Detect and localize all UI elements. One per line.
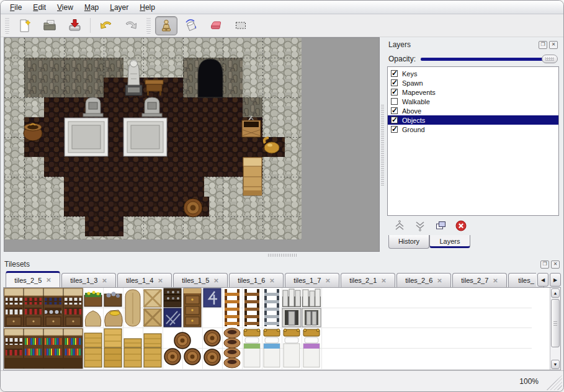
layer-row-above[interactable]: ✓Above (388, 106, 558, 115)
tilesets-panel-title: Tilesets (4, 260, 540, 269)
barrel (184, 198, 202, 217)
close-tab-icon[interactable]: ✕ (381, 277, 386, 284)
layer-checkbox[interactable]: ✓ (391, 126, 398, 133)
tab-label: tiles_2_6 (405, 277, 432, 284)
map-panel (4, 37, 380, 252)
tab-label: tiles_2_5 (14, 277, 42, 284)
layer-checkbox[interactable]: ✓ (391, 117, 398, 123)
menu-help[interactable]: Help (134, 2, 161, 13)
map-canvas[interactable] (4, 38, 302, 239)
opacity-row: Opacity: (387, 51, 559, 66)
layer-label: Walkable (402, 98, 430, 105)
palette-scrollbar-thumb[interactable] (551, 299, 560, 347)
tileset-tab-tiles_2_5[interactable]: tiles_2_5✕ (6, 271, 60, 287)
layer-checkbox[interactable]: ✓ (391, 70, 398, 77)
tileset-tab-tiles_1_3[interactable]: tiles_1_3✕ (61, 273, 116, 287)
duplicate-layer-button[interactable] (433, 218, 448, 233)
opacity-slider-handle[interactable] (542, 55, 558, 63)
horizontal-splitter[interactable] (1, 252, 563, 258)
layer-checkbox[interactable]: ✓ (391, 89, 398, 96)
layer-row-spawn[interactable]: ✓Spawn (388, 78, 558, 87)
select-tool-button[interactable] (230, 16, 252, 35)
layer-row-objects[interactable]: ✓Objects (388, 115, 558, 125)
tileset-tab-tiles_1_4[interactable]: tiles_1_4✕ (117, 273, 172, 287)
tileset-tab-tiles_2_6[interactable]: tiles_2_6✕ (396, 273, 451, 287)
eraser-tool-button[interactable] (205, 16, 227, 35)
tab-history[interactable]: History (388, 235, 429, 249)
layer-checkbox[interactable] (391, 98, 398, 105)
close-panel-icon[interactable]: ✕ (549, 41, 558, 49)
layer-checkbox[interactable]: ✓ (391, 107, 398, 114)
map-viewport[interactable] (4, 37, 380, 252)
vertical-splitter[interactable] (380, 37, 385, 252)
close-tab-icon[interactable]: ✕ (102, 277, 107, 284)
tile-stone-gate (302, 289, 321, 327)
menu-map[interactable]: Map (79, 2, 104, 13)
tab-label: tiles_2_7 (461, 277, 488, 284)
menu-layer[interactable]: Layer (104, 2, 134, 13)
lower-layer-button[interactable] (413, 218, 427, 233)
stamp-tool-button[interactable] (155, 16, 177, 35)
scroll-up-icon[interactable]: ▲ (551, 288, 560, 298)
redo-button[interactable] (120, 16, 142, 35)
tab-layers[interactable]: Layers (429, 235, 470, 248)
tilesets-panel-caption: Tilesets ❐ ✕ (3, 258, 561, 270)
barrel (24, 123, 42, 141)
save-button[interactable] (63, 16, 86, 35)
tileset-tab-tiles_2_1[interactable]: tiles_2_1✕ (341, 273, 395, 287)
close-tab-icon[interactable]: ✕ (46, 277, 51, 283)
undo-button[interactable] (95, 16, 117, 35)
tab-scroll-right-icon[interactable]: ▶ (550, 273, 561, 287)
stamp-tool-icon (159, 18, 174, 33)
new-file-button[interactable] (14, 16, 36, 35)
redo-icon (123, 18, 138, 33)
horizontal-splitter-handle[interactable] (268, 254, 297, 257)
float-panel-icon[interactable]: ❐ (539, 41, 547, 49)
layers-buttons (387, 216, 559, 235)
raise-layer-button[interactable] (392, 218, 407, 233)
toolbar-drag-handle[interactable] (5, 17, 9, 33)
tileset-palette[interactable] (4, 288, 532, 369)
close-tab-icon[interactable]: ✕ (158, 277, 163, 284)
undo-icon (99, 18, 114, 33)
menu-edit[interactable]: Edit (27, 2, 51, 13)
palette-whitespace (532, 288, 550, 370)
layer-label: Spawn (402, 79, 423, 87)
palette-scrollbar[interactable]: ▲ ▼ (550, 288, 560, 370)
tab-label: tiles_1_6 (238, 277, 265, 284)
close-tab-icon[interactable]: ✕ (437, 277, 442, 284)
gravestone (83, 97, 103, 117)
opacity-slider-track[interactable] (421, 58, 557, 61)
open-file-button[interactable] (38, 16, 61, 35)
scroll-down-icon[interactable]: ▼ (551, 360, 560, 369)
float-panel-icon[interactable]: ❐ (540, 261, 549, 269)
layer-row-walkable[interactable]: Walkable (388, 97, 558, 106)
tileset-tab-tiles_1_7[interactable]: tiles_1_7✕ (285, 273, 339, 287)
layer-row-ground[interactable]: ✓Ground (388, 125, 558, 134)
layer-checkbox[interactable]: ✓ (391, 79, 398, 86)
layer-row-mapevents[interactable]: ✓Mapevents (388, 87, 558, 97)
close-tab-icon[interactable]: ✕ (269, 277, 274, 284)
tileset-tab-tiles_1_5[interactable]: tiles_1_5✕ (173, 273, 228, 287)
tile-shelves (4, 288, 83, 327)
tab-scroll-left-icon[interactable]: ◀ (537, 273, 548, 287)
close-tab-icon[interactable]: ✕ (325, 277, 330, 284)
menu-file[interactable]: File (4, 2, 27, 13)
close-panel-icon[interactable]: ✕ (551, 261, 560, 269)
opacity-label: Opacity: (388, 55, 416, 63)
close-tab-icon[interactable]: ✕ (493, 277, 498, 284)
layer-label: Ground (402, 126, 425, 133)
delete-layer-button[interactable] (454, 218, 468, 233)
tileset-palette-area: ▲ ▼ (3, 287, 561, 370)
close-tab-icon[interactable]: ✕ (213, 277, 218, 284)
menu-map-mnemonic: M (84, 3, 91, 12)
tileset-tab-tiles_1_6[interactable]: tiles_1_6✕ (229, 273, 284, 287)
menu-view[interactable]: View (51, 2, 79, 13)
vertical-splitter-handle[interactable] (381, 104, 384, 185)
resize-grip[interactable] (545, 375, 562, 390)
fill-tool-button[interactable] (180, 16, 202, 35)
opacity-slider[interactable] (421, 54, 558, 64)
tileset-tab-tiles_2_7[interactable]: tiles_2_7✕ (452, 273, 507, 287)
layer-row-keys[interactable]: ✓Keys (388, 69, 558, 78)
toolbar-drag-handle[interactable] (146, 17, 151, 33)
